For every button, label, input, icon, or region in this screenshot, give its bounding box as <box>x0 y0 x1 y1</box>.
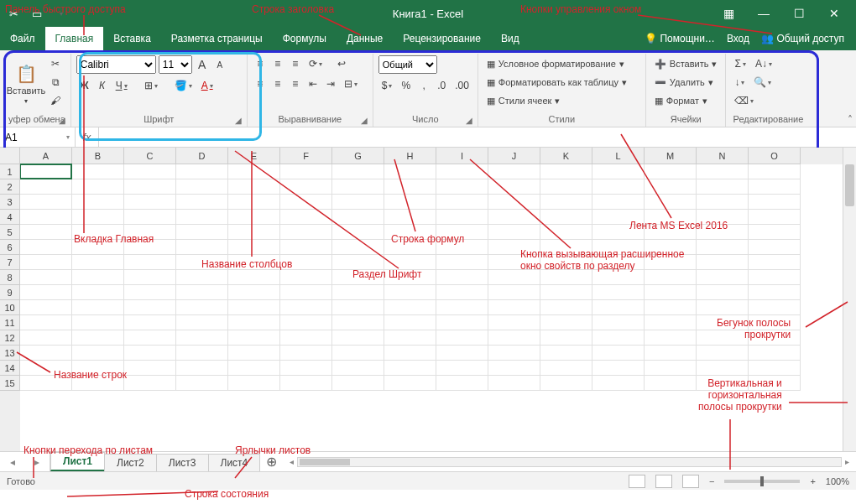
formula-input[interactable] <box>99 127 856 147</box>
format-cells-button[interactable]: ▦Формат ▾ <box>651 92 721 109</box>
font-name-select[interactable]: Calibri <box>76 55 156 74</box>
paste-button[interactable]: 📋 Вставить ▾ <box>8 55 44 112</box>
grow-font-button[interactable]: A <box>195 56 210 73</box>
zoom-out-button[interactable]: − <box>709 476 714 486</box>
col-header[interactable]: N <box>697 148 749 164</box>
row-header[interactable]: 12 <box>0 330 20 346</box>
inc-decimal-button[interactable]: .0 <box>434 77 449 94</box>
row-header[interactable]: 14 <box>0 361 20 376</box>
minimize-button[interactable]: — <box>754 3 774 23</box>
col-header[interactable]: H <box>384 148 436 164</box>
sheet-tab[interactable]: Лист3 <box>156 454 209 471</box>
cut-button[interactable]: ✂ <box>47 55 64 72</box>
align-launcher[interactable]: ◢ <box>361 116 368 125</box>
zoom-slider-thumb[interactable] <box>760 476 764 486</box>
vertical-scrollbar[interactable] <box>843 148 856 451</box>
tab-insert[interactable]: Вставка <box>103 27 161 50</box>
borders-button[interactable]: ⊞ <box>141 77 161 94</box>
zoom-slider[interactable] <box>724 480 800 483</box>
autosum-button[interactable]: Σ <box>731 55 749 72</box>
row-header[interactable]: 3 <box>0 195 20 210</box>
italic-button[interactable]: К <box>95 77 110 94</box>
share-button[interactable]: 👥 Общий доступ <box>761 33 844 44</box>
view-normal-button[interactable] <box>629 475 645 488</box>
col-header[interactable]: A <box>20 148 72 164</box>
merge-button[interactable]: ⊟ <box>341 75 361 92</box>
fill-button[interactable]: ↓ <box>731 74 748 91</box>
row-header[interactable]: 5 <box>0 225 20 240</box>
row-header[interactable]: 15 <box>0 376 20 391</box>
dec-decimal-button[interactable]: .00 <box>451 77 472 94</box>
currency-button[interactable]: $ <box>378 77 396 94</box>
indent-inc-button[interactable]: ⇥ <box>323 75 338 92</box>
horizontal-scroll-thumb[interactable] <box>300 459 350 465</box>
row-header[interactable]: 11 <box>0 315 20 330</box>
col-header[interactable]: M <box>645 148 697 164</box>
col-header[interactable]: O <box>749 148 801 164</box>
tab-review[interactable]: Рецензирование <box>393 27 491 50</box>
view-page-break-button[interactable] <box>682 475 699 488</box>
number-launcher[interactable]: ◢ <box>466 116 472 125</box>
name-box-input[interactable] <box>5 132 55 143</box>
fx-icon[interactable]: fx <box>76 127 99 147</box>
font-size-select[interactable]: 11 <box>159 55 192 74</box>
sort-filter-button[interactable]: A↓ <box>752 55 775 72</box>
col-header[interactable]: G <box>332 148 384 164</box>
insert-cells-button[interactable]: ➕Вставить ▾ <box>651 55 721 72</box>
underline-button[interactable]: Ч <box>112 77 131 94</box>
col-header[interactable]: D <box>176 148 228 164</box>
tab-file[interactable]: Файл <box>0 27 45 50</box>
select-all-corner[interactable] <box>0 148 20 164</box>
find-select-button[interactable]: 🔍 <box>750 74 775 91</box>
tab-page-layout[interactable]: Разметка страницы <box>161 27 273 50</box>
col-header[interactable]: F <box>280 148 332 164</box>
tab-home[interactable]: Главная <box>45 27 104 50</box>
delete-cells-button[interactable]: ➖Удалить ▾ <box>651 74 721 91</box>
row-header[interactable]: 7 <box>0 255 20 270</box>
clear-button[interactable]: ⌫ <box>731 92 757 109</box>
align-bottom-button[interactable]: ≡ <box>288 55 303 72</box>
align-top-button[interactable]: ≡ <box>253 55 268 72</box>
align-middle-button[interactable]: ≡ <box>270 55 285 72</box>
row-header[interactable]: 10 <box>0 300 20 315</box>
percent-button[interactable]: % <box>398 77 414 94</box>
align-right-button[interactable]: ≡ <box>288 75 303 92</box>
col-header[interactable]: C <box>124 148 176 164</box>
align-left-button[interactable]: ≡ <box>253 75 268 92</box>
collapse-ribbon-button[interactable]: ˄ <box>848 114 853 126</box>
align-center-button[interactable]: ≡ <box>270 75 285 92</box>
col-header[interactable]: J <box>488 148 540 164</box>
col-header[interactable]: I <box>436 148 488 164</box>
close-button[interactable]: ✕ <box>824 3 844 23</box>
wrap-text-button[interactable]: ↩ <box>334 55 349 72</box>
font-launcher[interactable]: ◢ <box>235 116 242 125</box>
row-header[interactable]: 6 <box>0 240 20 255</box>
row-header[interactable]: 4 <box>0 210 20 225</box>
bold-button[interactable]: Ж <box>76 77 92 94</box>
row-header[interactable]: 1 <box>0 164 20 179</box>
col-header[interactable]: B <box>72 148 124 164</box>
row-header[interactable]: 2 <box>0 179 20 195</box>
orientation-button[interactable]: ⟳ <box>305 55 326 72</box>
font-color-button[interactable]: A <box>198 77 217 94</box>
tell-me[interactable]: 💡 Помощни… <box>645 33 715 44</box>
row-header[interactable]: 8 <box>0 270 20 285</box>
clipboard-launcher[interactable]: ◢ <box>59 116 65 125</box>
zoom-level[interactable]: 100% <box>826 476 849 486</box>
view-page-layout-button[interactable] <box>655 475 672 488</box>
comma-button[interactable]: , <box>416 77 431 94</box>
row-header[interactable]: 9 <box>0 285 20 300</box>
number-format-select[interactable]: Общий <box>378 55 437 74</box>
cell-styles-button[interactable]: ▦Стили ячеек ▾ <box>483 92 640 109</box>
horizontal-scrollbar[interactable]: ◂ ▸ <box>283 452 856 471</box>
cells-area[interactable]: /* rows generated below via JS for brevi… <box>20 164 843 391</box>
tab-view[interactable]: Вид <box>491 27 530 50</box>
tab-formulas[interactable]: Формулы <box>273 27 337 50</box>
zoom-in-button[interactable]: + <box>810 476 815 486</box>
sheet-tab[interactable]: Лист4 <box>208 454 261 471</box>
ribbon-options-icon[interactable]: ▦ <box>718 3 739 23</box>
name-box[interactable]: ▾ <box>0 127 76 147</box>
maximize-button[interactable]: ☐ <box>789 3 809 23</box>
indent-dec-button[interactable]: ⇤ <box>305 75 321 92</box>
copy-button[interactable]: ⧉ <box>47 74 64 91</box>
